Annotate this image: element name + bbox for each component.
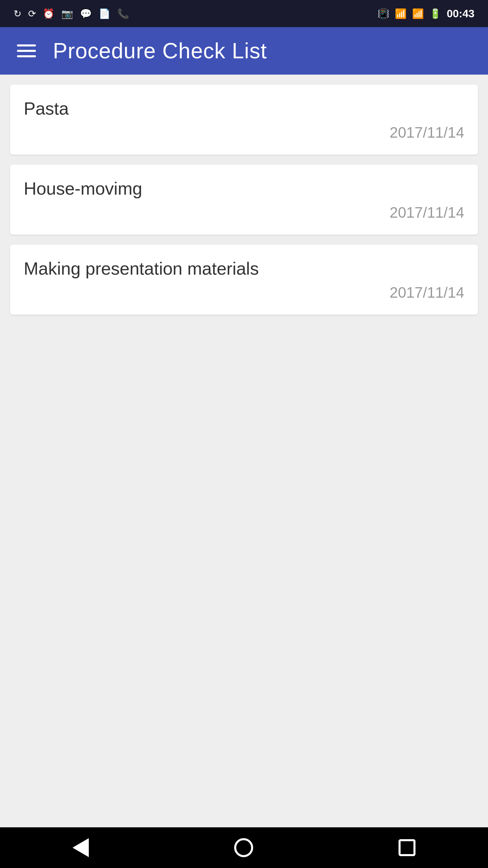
menu-bar-3 bbox=[17, 55, 36, 57]
main-content: Pasta 2017/11/14 House-movimg 2017/11/14… bbox=[0, 75, 488, 827]
list-item-title: Making presentation materials bbox=[24, 258, 464, 279]
app-title: Procedure Check List bbox=[53, 38, 267, 63]
list-item-date: 2017/11/14 bbox=[24, 284, 464, 301]
status-bar: ↻ ⟳ ⏰ 📷 💬 📄 📞 📳 📶 📶 🔋 00:43 bbox=[0, 0, 488, 27]
list-item-date: 2017/11/14 bbox=[24, 204, 464, 221]
gallery-icon: 📷 bbox=[61, 8, 73, 19]
menu-button[interactable] bbox=[14, 41, 39, 61]
sync-icon: ↻ bbox=[14, 8, 21, 19]
app-bar: Procedure Check List bbox=[0, 27, 488, 75]
list-item-title: House-movimg bbox=[24, 178, 464, 199]
menu-bar-1 bbox=[17, 44, 36, 46]
phone-icon: 📞 bbox=[117, 8, 129, 19]
wifi-icon: 📶 bbox=[395, 8, 407, 19]
refresh-icon: ⟳ bbox=[28, 8, 36, 19]
status-bar-right: 📳 📶 📶 🔋 00:43 bbox=[378, 7, 474, 20]
battery-icon: 🔋 bbox=[429, 8, 441, 19]
files-icon: 📄 bbox=[99, 8, 110, 19]
signal-icon: 📶 bbox=[412, 8, 424, 19]
messages-icon: 💬 bbox=[80, 8, 92, 19]
back-icon bbox=[73, 838, 89, 857]
status-time: 00:43 bbox=[447, 7, 474, 20]
menu-bar-2 bbox=[17, 50, 36, 52]
recent-icon bbox=[399, 839, 415, 856]
status-bar-left: ↻ ⟳ ⏰ 📷 💬 📄 📞 bbox=[14, 8, 129, 19]
list-item[interactable]: House-movimg 2017/11/14 bbox=[10, 165, 478, 235]
vibrate-icon: 📳 bbox=[378, 8, 389, 19]
list-item-date: 2017/11/14 bbox=[24, 124, 464, 141]
bottom-nav bbox=[0, 827, 488, 868]
alarm-icon: ⏰ bbox=[43, 8, 55, 19]
list-item[interactable]: Pasta 2017/11/14 bbox=[10, 85, 478, 155]
home-icon bbox=[234, 838, 253, 857]
recent-button[interactable] bbox=[392, 832, 422, 863]
list-item-title: Pasta bbox=[24, 98, 464, 119]
home-button[interactable] bbox=[227, 831, 260, 864]
back-button[interactable] bbox=[66, 831, 96, 864]
list-item[interactable]: Making presentation materials 2017/11/14 bbox=[10, 245, 478, 315]
